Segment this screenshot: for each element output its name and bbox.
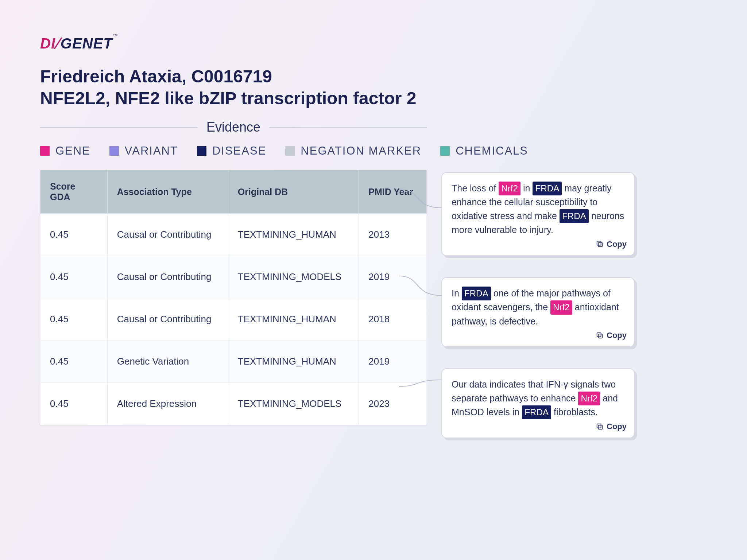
legend-swatch-icon <box>40 146 50 156</box>
col-year: PMID Year <box>359 170 427 214</box>
title-line-1: Friedreich Ataxia, C0016719 <box>40 67 272 86</box>
cell-year: 2019 <box>359 341 427 383</box>
cell-db: TEXTMINING_HUMAN <box>228 341 359 383</box>
cell-score: 0.45 <box>40 383 108 425</box>
cell-score: 0.45 <box>40 214 108 256</box>
col-score-label: Score GDA <box>50 181 94 202</box>
evidence-divider: Evidence <box>40 120 427 135</box>
col-score: Score GDA <box>40 170 108 214</box>
cell-assoc: Causal or Contributing <box>107 298 228 341</box>
legend-label: GENE <box>55 144 90 158</box>
cell-score: 0.45 <box>40 256 108 298</box>
cell-db: TEXTMINING_MODELS <box>228 383 359 425</box>
disease-tag: FRDA <box>533 182 562 195</box>
divider-line <box>269 127 427 128</box>
cell-score: 0.45 <box>40 298 108 341</box>
copy-icon <box>596 240 604 248</box>
disease-tag: FRDA <box>560 209 589 223</box>
logo-tm-icon: ™ <box>113 33 118 39</box>
page-title: Friedreich Ataxia, C0016719 NFE2L2, NFE2… <box>40 66 707 109</box>
title-line-2: NFE2L2, NFE2 like bZIP transcription fac… <box>40 89 416 108</box>
svg-rect-2 <box>598 334 602 338</box>
evidence-table: Score GDA Association Type Original DB P… <box>40 170 427 425</box>
disease-tag: FRDA <box>522 405 551 419</box>
cell-year: 2019 <box>359 256 427 298</box>
table-row[interactable]: 0.45Genetic VariationTEXTMINING_HUMAN201… <box>40 341 427 383</box>
legend-label: DISEASE <box>212 144 266 158</box>
legend-swatch-icon <box>109 146 119 156</box>
gene-tag: Nrf2 <box>499 182 520 195</box>
cell-assoc: Causal or Contributing <box>107 256 228 298</box>
legend-label: VARIANT <box>125 144 178 158</box>
copy-label: Copy <box>607 420 627 432</box>
evidence-card: In FRDA one of the major pathways of oxi… <box>441 277 635 347</box>
svg-rect-3 <box>597 332 601 337</box>
table-row[interactable]: 0.45Altered ExpressionTEXTMINING_MODELS2… <box>40 383 427 425</box>
evidence-cards: The loss of Nrf2 in FRDA may greatly enh… <box>441 172 635 438</box>
evidence-card: Our data indicates that IFN-γ signals tw… <box>441 368 635 438</box>
svg-rect-4 <box>598 425 602 429</box>
cell-year: 2018 <box>359 298 427 341</box>
legend-swatch-icon <box>197 146 206 156</box>
table-row[interactable]: 0.45Causal or ContributingTEXTMINING_MOD… <box>40 256 427 298</box>
svg-rect-0 <box>598 243 602 247</box>
logo-genet: GENET <box>61 35 113 51</box>
cell-db: TEXTMINING_MODELS <box>228 256 359 298</box>
copy-icon <box>596 423 604 431</box>
copy-button[interactable]: Copy <box>596 420 627 432</box>
logo: DI/GENET™ <box>40 33 707 52</box>
legend-swatch-icon <box>285 146 295 156</box>
disease-tag: FRDA <box>462 287 491 300</box>
legend-item: NEGATION MARKER <box>285 144 421 158</box>
copy-button[interactable]: Copy <box>596 238 627 250</box>
card-text: The loss of Nrf2 in FRDA may greatly enh… <box>452 182 624 247</box>
svg-rect-5 <box>597 424 601 428</box>
copy-label: Copy <box>607 329 627 341</box>
col-db: Original DB <box>228 170 359 214</box>
divider-line <box>40 127 198 128</box>
cell-assoc: Genetic Variation <box>107 341 228 383</box>
cell-score: 0.45 <box>40 341 108 383</box>
table-row[interactable]: 0.45Causal or ContributingTEXTMINING_HUM… <box>40 298 427 341</box>
copy-button[interactable]: Copy <box>596 329 627 341</box>
legend-label: NEGATION MARKER <box>301 144 421 158</box>
legend: GENEVARIANTDISEASENEGATION MARKERCHEMICA… <box>40 144 707 158</box>
svg-rect-1 <box>597 241 601 245</box>
legend-item: GENE <box>40 144 90 158</box>
cell-db: TEXTMINING_HUMAN <box>228 298 359 341</box>
cell-db: TEXTMINING_HUMAN <box>228 214 359 256</box>
legend-item: VARIANT <box>109 144 178 158</box>
legend-item: DISEASE <box>197 144 266 158</box>
legend-swatch-icon <box>440 146 450 156</box>
cell-assoc: Causal or Contributing <box>107 214 228 256</box>
cell-year: 2013 <box>359 214 427 256</box>
copy-label: Copy <box>607 238 627 250</box>
evidence-label: Evidence <box>206 120 260 135</box>
cell-year: 2023 <box>359 383 427 425</box>
gene-tag: Nrf2 <box>578 392 600 405</box>
legend-item: CHEMICALS <box>440 144 528 158</box>
col-assoc: Association Type <box>107 170 228 214</box>
table-row[interactable]: 0.45Causal or ContributingTEXTMINING_HUM… <box>40 214 427 256</box>
gene-tag: Nrf2 <box>550 300 572 314</box>
copy-icon <box>596 331 604 339</box>
evidence-card: The loss of Nrf2 in FRDA may greatly enh… <box>441 172 635 256</box>
legend-label: CHEMICALS <box>456 144 528 158</box>
logo-di: DI <box>40 35 55 51</box>
cell-assoc: Altered Expression <box>107 383 228 425</box>
